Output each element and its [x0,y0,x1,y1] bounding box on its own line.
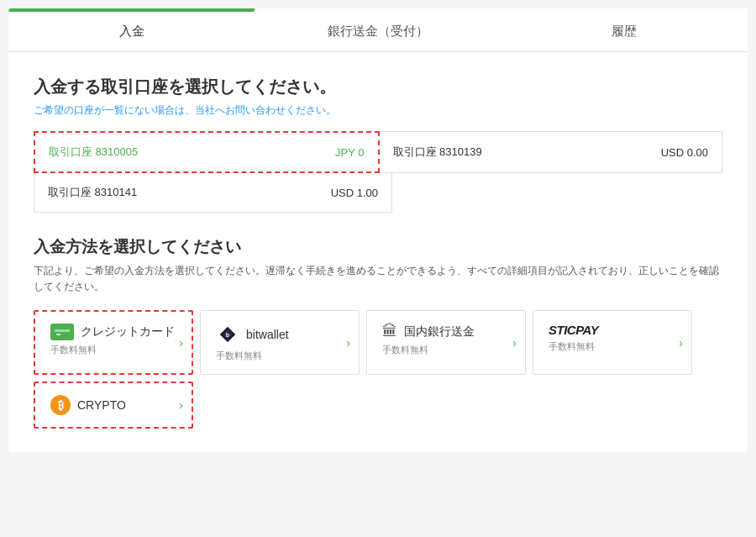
svg-rect-1 [55,329,70,332]
bitwallet-icon: b [216,323,239,346]
sticpay-fee: 手数料無料 [549,340,676,353]
tab-deposit[interactable]: 入金 [8,8,255,51]
account-section: 入金する取引口座を選択してください。 ご希望の口座が一覧にない場合は、当社へお問… [34,76,722,213]
payment-card-bitwallet[interactable]: b bitwallet 手数料無料 › [200,310,360,375]
content-area: 入金する取引口座を選択してください。 ご希望の口座が一覧にない場合は、当社へお問… [8,52,748,452]
svg-rect-2 [56,334,60,335]
accounts-bottom-row: 取引口座 8310141 USD 1.00 [34,173,722,213]
payment-card-crypto[interactable]: ₿ CRYPTO › [34,382,193,429]
payment-section-sub: 下記より、ご希望の入金方法を選択してください。遅滞なく手続きを進めることができる… [34,263,722,295]
account-label-8310005: 取引口座 8310005 [49,145,138,160]
account-balance-8310139: USD 0.00 [661,146,708,159]
accounts-wrapper: 取引口座 8310005 JPY 0 取引口座 8310139 USD 0.00… [34,131,722,213]
crypto-arrow: › [179,398,183,412]
payment-methods-grid: クレジットカード 手数料無料 › b [34,310,722,435]
bank-name: 国内銀行送金 [404,324,475,340]
credit-card-fee: 手数料無料 [50,344,176,356]
credit-card-arrow: › [179,336,183,350]
account-label-8310139: 取引口座 8310139 [393,145,482,160]
bitwallet-fee: 手数料無料 [216,350,344,362]
svg-text:b: b [226,332,229,338]
payment-card-credit[interactable]: クレジットカード 手数料無料 › [34,310,193,375]
payment-card-bank-inner: 🏛 国内銀行送金 [382,323,510,340]
credit-card-icon [50,324,74,340]
tab-history[interactable]: 履歴 [501,8,748,51]
account-card-8310005[interactable]: 取引口座 8310005 JPY 0 [34,131,380,173]
crypto-name: CRYPTO [77,398,126,412]
sticpay-arrow: › [679,336,683,350]
bitwallet-arrow: › [346,336,350,350]
account-section-sub: ご希望の口座が一覧にない場合は、当社へお問い合わせください。 [34,103,722,118]
credit-card-name: クレジットカード [81,324,175,340]
payment-card-sticpay-inner: STICPAY [549,323,676,337]
account-card-8310139[interactable]: 取引口座 8310139 USD 0.00 [380,131,723,173]
main-container: 入金 銀行送金（受付） 履歴 入金する取引口座を選択してください。 ご希望の口座… [8,8,748,452]
payment-section: 入金方法を選択してください 下記より、ご希望の入金方法を選択してください。遅滞な… [34,236,722,435]
bitcoin-icon: ₿ [50,395,71,415]
payment-card-sticpay[interactable]: STICPAY 手数料無料 › [533,310,692,375]
sticpay-logo: STICPAY [549,323,598,337]
payment-section-title: 入金方法を選択してください [34,236,722,258]
tab-wire[interactable]: 銀行送金（受付） [255,8,501,51]
bank-icon: 🏛 [382,323,397,340]
account-section-title: 入金する取引口座を選択してください。 [34,76,722,98]
account-label-8310141: 取引口座 8310141 [48,185,137,200]
tab-bar: 入金 銀行送金（受付） 履歴 [8,8,748,52]
bank-arrow: › [512,336,517,350]
payment-card-bitwallet-inner: b bitwallet [216,323,344,346]
account-balance-8310141: USD 1.00 [331,187,378,199]
account-spacer [392,173,722,213]
account-balance-8310005: JPY 0 [335,146,364,159]
bitwallet-name: bitwallet [246,328,289,341]
payment-card-bank[interactable]: 🏛 国内銀行送金 手数料無料 › [366,310,526,375]
payment-card-credit-inner: クレジットカード [50,324,176,340]
bank-fee: 手数料無料 [382,344,510,356]
accounts-top-row: 取引口座 8310005 JPY 0 取引口座 8310139 USD 0.00 [34,131,722,173]
payment-card-crypto-inner: ₿ CRYPTO [50,395,176,415]
account-card-8310141[interactable]: 取引口座 8310141 USD 1.00 [34,173,392,213]
